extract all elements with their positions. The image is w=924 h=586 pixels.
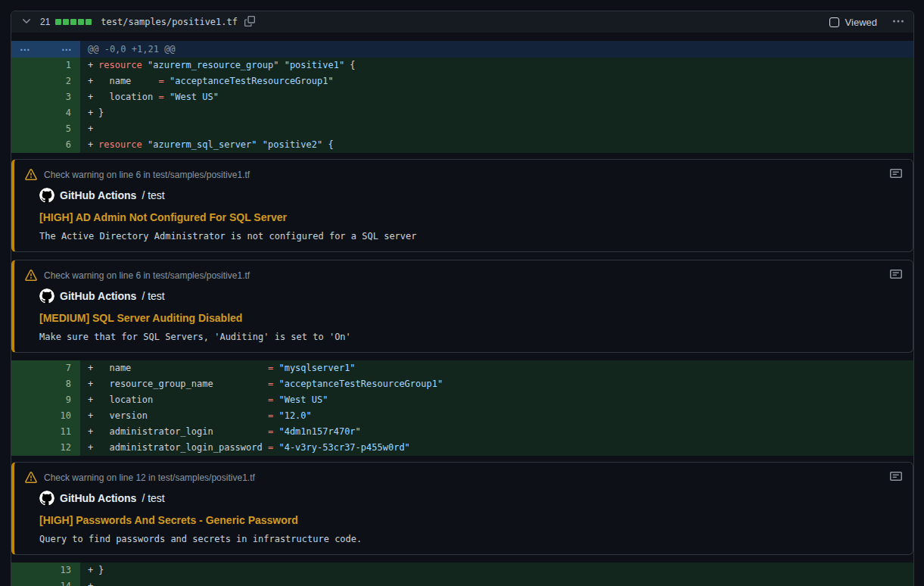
annotation-log-button[interactable] [890, 167, 902, 182]
code-text: } [98, 105, 104, 121]
diff-marker: + [88, 440, 98, 456]
line-content: + administrator_login_password = "4-v3ry… [80, 440, 913, 456]
diff-line: 7 + name = "mysqlserver1" [11, 360, 913, 376]
viewed-checkbox[interactable] [829, 17, 839, 27]
code-text: administrator_login_password = "4-v3ry-5… [98, 440, 410, 456]
diff-line: 5 + [11, 121, 913, 137]
annotation-source-name[interactable]: GitHub Actions [60, 290, 136, 302]
annotation-title: [HIGH] Passwords And Secrets - Generic P… [39, 514, 901, 526]
annotation-source-suffix[interactable]: / test [142, 189, 164, 201]
line-content: + name = "mysqlserver1" [80, 360, 913, 376]
line-number[interactable]: 13 [11, 563, 80, 578]
diff-marker: + [88, 408, 98, 424]
viewed-toggle[interactable]: Viewed [829, 17, 877, 28]
diffstat-square [70, 19, 76, 25]
annotation-header: Check warning on line 6 in test/samples/… [14, 260, 913, 282]
diff-marker: + [88, 360, 98, 376]
annotation-title: [MEDIUM] SQL Server Auditing Disabled [39, 312, 901, 324]
line-number[interactable]: 4 [11, 105, 80, 121]
diff-marker: + [88, 137, 98, 153]
annotation-body: GitHub Actions / test [MEDIUM] SQL Serve… [14, 282, 913, 352]
check-annotation: Check warning on line 12 in test/samples… [11, 462, 913, 555]
diff-marker: + [88, 424, 98, 440]
line-number[interactable]: 6 [11, 137, 80, 153]
annotation-source: GitHub Actions / test [39, 491, 901, 506]
annotation-log-button[interactable] [890, 470, 902, 485]
annotation-header-text: Check warning on line 6 in test/samples/… [44, 270, 250, 281]
warning-triangle-icon [25, 169, 37, 181]
line-number[interactable]: 3 [11, 89, 80, 105]
diffstat-square [78, 19, 84, 25]
line-number[interactable]: 12 [11, 440, 80, 456]
line-number[interactable]: 2 [11, 73, 80, 89]
annotation-header-text: Check warning on line 6 in test/samples/… [44, 170, 250, 180]
annotation-source-suffix[interactable]: / test [142, 492, 164, 504]
expand-diff-up-button[interactable]: ⋯ [20, 41, 30, 58]
diff-line: 11 + administrator_login = "4dm1n157r470… [11, 424, 913, 440]
header-gap [11, 33, 913, 41]
line-content: + [80, 121, 913, 137]
warning-triangle-icon [25, 270, 37, 282]
diffstat-square [63, 19, 69, 25]
kebab-icon [892, 15, 904, 30]
code-text: resource "azurerm_sql_server" "positive2… [98, 137, 334, 153]
note-icon [890, 268, 902, 282]
line-number[interactable]: 14 [11, 578, 80, 586]
copy-path-button[interactable] [244, 16, 255, 29]
annotation-log-button[interactable] [890, 268, 902, 282]
expand-diff-down-button[interactable]: ⋯ [61, 41, 72, 58]
diffstat-square [55, 19, 61, 25]
hunk-header-row: ⋯ ⋯ @@ -0,0 +1,21 @@ [11, 41, 913, 58]
line-number[interactable]: 10 [11, 408, 80, 424]
line-number[interactable]: 5 [11, 121, 80, 137]
annotation-source-name[interactable]: GitHub Actions [60, 189, 136, 201]
annotation-source: GitHub Actions / test [39, 188, 901, 203]
diff-marker: + [88, 563, 98, 578]
annotation-header: Check warning on line 12 in test/samples… [14, 463, 913, 485]
diff-line: 10 + version = "12.0" [11, 408, 913, 424]
line-number[interactable]: 7 [11, 360, 80, 376]
line-number[interactable]: 8 [11, 376, 80, 392]
line-content: + location = "West US" [80, 392, 913, 408]
copy-icon [244, 16, 255, 29]
diff-line: 2 + name = "acceptanceTestResourceGroup1… [11, 73, 913, 89]
code-text: version = "12.0" [98, 408, 312, 424]
diff-line: 1 +resource "azurerm_resource_group" "po… [11, 58, 913, 73]
diff-line: 9 + location = "West US" [11, 392, 913, 408]
diff-line: 8 + resource_group_name = "acceptanceTes… [11, 376, 913, 392]
code-text: resource_group_name = "acceptanceTestRes… [98, 376, 443, 392]
line-number[interactable]: 11 [11, 424, 80, 440]
code-text: location = "West US" [98, 392, 328, 408]
annotation-source-name[interactable]: GitHub Actions [60, 492, 136, 504]
diff-sections: 1 +resource "azurerm_resource_group" "po… [11, 58, 913, 586]
line-number[interactable]: 9 [11, 392, 80, 408]
diff-line: 13 +} [11, 563, 913, 578]
line-content: +} [80, 563, 913, 578]
code-text: } [98, 563, 104, 578]
annotation-header: Check warning on line 6 in test/samples/… [14, 160, 913, 182]
diffstat-square [86, 19, 92, 25]
file-header: 21 test/samples/positive1.tf Viewed [11, 11, 913, 33]
diff-line: 12 + administrator_login_password = "4-v… [11, 440, 913, 456]
annotation-source-suffix[interactable]: / test [142, 290, 164, 302]
line-content: +resource "azurerm_sql_server" "positive… [80, 137, 913, 153]
code-text: resource "azurerm_resource_group" "posit… [98, 58, 356, 73]
line-content: + [80, 578, 913, 586]
code-block: 1 +resource "azurerm_resource_group" "po… [11, 58, 913, 153]
annotation-message: The Active Directory Administrator is no… [39, 231, 901, 242]
line-content: +} [80, 105, 913, 121]
check-annotation: Check warning on line 6 in test/samples/… [11, 159, 913, 252]
diff-marker: + [88, 392, 98, 408]
line-content: + location = "West US" [80, 89, 913, 105]
note-icon [890, 470, 902, 485]
line-content: + administrator_login = "4dm1n157r470r" [80, 424, 913, 440]
collapse-file-button[interactable] [20, 15, 33, 30]
github-actions-avatar [39, 491, 54, 506]
changed-lines-count: 21 [40, 17, 50, 27]
file-options-button[interactable] [892, 15, 904, 30]
line-number[interactable]: 1 [11, 58, 80, 73]
diff-marker: + [88, 89, 98, 105]
annotation-body: GitHub Actions / test [HIGH] AD Admin No… [14, 182, 913, 251]
github-actions-avatar [39, 288, 54, 304]
diff-marker: + [88, 58, 98, 73]
